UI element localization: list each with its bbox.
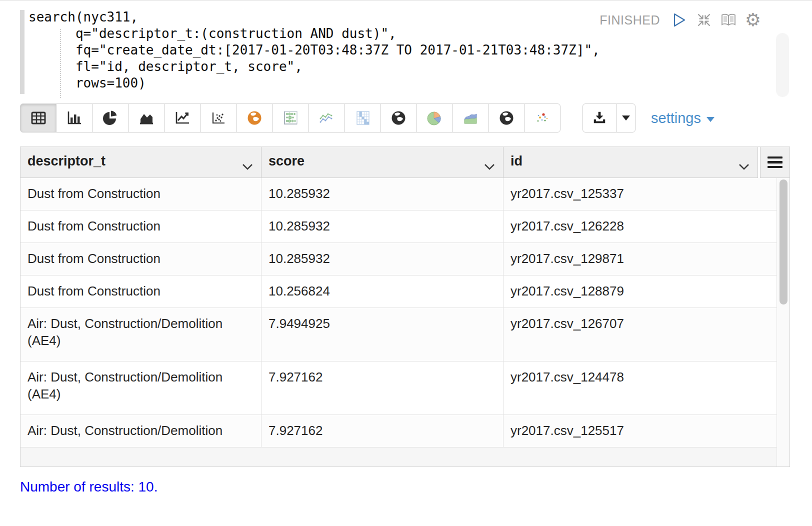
settings-link[interactable]: settings [651, 110, 714, 126]
notebook-paragraph: search(nyc311, q="descriptor_t:(construc… [0, 0, 812, 526]
cell-score: 10.256824 [262, 276, 504, 308]
pie-chart-button[interactable] [92, 104, 128, 132]
line-chart-icon [174, 110, 190, 126]
column-header-score[interactable]: score [262, 147, 504, 178]
cell-id: yr2017.csv_126707 [504, 308, 778, 361]
collapse-button[interactable] [696, 12, 712, 28]
download-group [582, 104, 636, 132]
table-row: Air: Dust, Construction/Demolition (AE4)… [20, 308, 778, 362]
multi-line-chart-button[interactable] [308, 104, 344, 132]
download-icon [592, 110, 607, 126]
scatter-plot-icon [210, 110, 226, 126]
code-line: rows=100) [28, 75, 600, 92]
code-block[interactable]: search(nyc311, q="descriptor_t:(construc… [28, 9, 600, 92]
scrollbar-thumb[interactable] [780, 180, 788, 304]
cell-descriptor: Air: Dust, Construction/Demolition (AE4) [20, 308, 262, 361]
column-label: descriptor_t [28, 154, 106, 168]
run-button[interactable] [672, 12, 688, 28]
status-label: FINISHED [600, 13, 660, 28]
code-line: fq="create_date_dt:[2017-01-20T03:48:37Z… [28, 42, 600, 58]
table-header-row: descriptor_t score id [20, 147, 790, 178]
cell-descriptor: Air: Dust, Construction/Demolition (AE4) [20, 362, 262, 414]
play-icon [673, 13, 686, 27]
column-label: id [510, 154, 522, 168]
map-orange-button[interactable] [236, 104, 272, 132]
line-chart-button[interactable] [164, 104, 200, 132]
column-header-id[interactable]: id [504, 147, 758, 178]
download-button[interactable] [582, 104, 616, 132]
cell-id: yr2017.csv_124478 [504, 362, 778, 414]
table-scrollbar[interactable] [776, 178, 790, 466]
settings-label: settings [651, 110, 701, 126]
globe-map-button[interactable] [380, 104, 416, 132]
bubble-matrix-icon [282, 110, 298, 126]
table-row: Dust from Construction 10.285932 yr2017.… [20, 178, 778, 210]
hamburger-icon [768, 156, 782, 159]
cell-descriptor: Dust from Construction [20, 276, 262, 308]
column-menu-button[interactable] [242, 158, 253, 174]
chevron-down-icon [242, 164, 253, 170]
code-line: q="descriptor_t:(construction AND dust)"… [28, 26, 600, 42]
cell-score: 7.927162 [262, 362, 504, 414]
editor-gutter [20, 10, 24, 94]
column-menu-button[interactable] [738, 158, 750, 174]
cell-score: 10.285932 [262, 178, 504, 210]
book-icon [720, 13, 736, 27]
code-line: search(nyc311, [28, 9, 600, 26]
bubble-matrix-button[interactable] [272, 104, 308, 132]
table-view-button[interactable] [20, 104, 56, 132]
table-icon [30, 110, 46, 126]
paragraph-controls: FINISHED ⚙ [600, 12, 761, 28]
cell-score: 7.9494925 [262, 308, 504, 361]
chart-type-group [20, 104, 560, 132]
pie-colored-button[interactable] [416, 104, 452, 132]
cell-descriptor: Dust from Construction [20, 210, 262, 242]
show-editor-button[interactable] [720, 12, 736, 28]
column-menu-button[interactable] [484, 158, 495, 174]
stacked-area-icon [462, 110, 478, 126]
bar-chart-button[interactable] [56, 104, 92, 132]
scatter-colored-icon [534, 110, 550, 126]
gear-icon: ⚙ [745, 12, 761, 28]
bar-chart-icon [66, 110, 82, 126]
cell-id: yr2017.csv_126228 [504, 210, 778, 242]
table-row: Air: Dust, Construction/Demolition (AE4)… [20, 362, 778, 415]
cell-id: yr2017.csv_125517 [504, 415, 778, 447]
editor-scrollbar[interactable] [776, 33, 789, 97]
cell-descriptor: Dust from Construction [20, 178, 262, 210]
column-label: score [268, 154, 304, 168]
pie-chart-icon [102, 110, 118, 126]
table-body: Dust from Construction 10.285932 yr2017.… [20, 178, 790, 466]
chevron-down-icon [484, 164, 495, 170]
globe-map-2-button[interactable] [488, 104, 524, 132]
grid-menu-button[interactable] [760, 147, 790, 178]
paragraph-settings-button[interactable]: ⚙ [745, 12, 761, 28]
heatmap-button[interactable] [344, 104, 380, 132]
pie-colored-icon [426, 110, 442, 126]
heatmap-icon [354, 110, 370, 126]
compress-icon [696, 12, 712, 28]
column-header-descriptor-t[interactable]: descriptor_t [20, 147, 262, 178]
scatter-colored-button[interactable] [524, 104, 560, 132]
caret-down-icon [622, 116, 630, 120]
chevron-down-icon [738, 164, 750, 170]
cell-score: 10.285932 [262, 210, 504, 242]
area-chart-button[interactable] [128, 104, 164, 132]
cell-score: 10.285932 [262, 243, 504, 275]
cell-id: yr2017.csv_128879 [504, 276, 778, 308]
table-row: Air: Dust, Construction/Demolition 7.927… [20, 415, 778, 448]
table-row: Dust from Construction 10.256824 yr2017.… [20, 276, 778, 308]
stacked-area-button[interactable] [452, 104, 488, 132]
multi-line-chart-icon [318, 110, 334, 126]
code-line: fl="id, descriptor_t, score", [28, 58, 600, 75]
cell-id: yr2017.csv_129871 [504, 243, 778, 275]
table-row: Dust from Construction 10.285932 yr2017.… [20, 210, 778, 243]
globe-dark-2-icon [498, 110, 514, 126]
cell-descriptor: Air: Dust, Construction/Demolition [20, 415, 262, 447]
results-count: Number of results: 10. [20, 479, 158, 495]
area-chart-icon [138, 110, 154, 126]
cell-id: yr2017.csv_125337 [504, 178, 778, 210]
scatter-plot-button[interactable] [200, 104, 236, 132]
settings-caret-icon [706, 117, 714, 122]
download-options-button[interactable] [616, 104, 636, 132]
